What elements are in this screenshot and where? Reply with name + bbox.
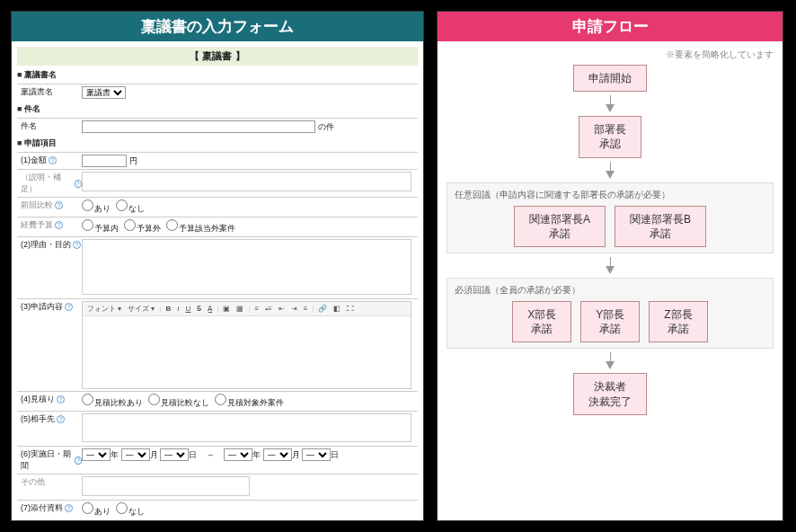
flow-body: ※要素を簡略化しています 申請開始 部署長承認 任意回議（申請内容に関連する部署… [438,41,783,520]
radio-compare-yes[interactable]: あり [82,200,111,215]
radio-budget-3[interactable]: 予算該当外案件 [166,219,235,235]
strike-icon[interactable]: S̶ [195,305,203,313]
sel-m2[interactable]: ― [263,448,292,461]
code-icon[interactable]: ◧ [332,305,342,313]
section-items: 申請項目 [17,137,418,149]
font-dropdown[interactable]: フォント ▾ [85,304,123,314]
arrow-down-icon [606,266,615,274]
flow-req-y: Y部長承諾 [580,301,640,342]
outdent-icon[interactable]: ⇤ [277,305,287,313]
sel-y2[interactable]: ― [224,448,252,461]
input-amount[interactable] [82,155,127,167]
help-icon[interactable]: ? [55,201,63,209]
help-icon[interactable]: ? [57,395,65,403]
radio-budget-1[interactable]: 予算内 [82,219,119,235]
help-icon[interactable]: ? [55,221,63,229]
subject-suffix: の件 [318,122,334,131]
sel-d2[interactable]: ― [302,448,331,461]
label-reason: (2)理由・目的? [17,239,82,251]
flow-start: 申請開始 [573,65,647,92]
section-docname: 稟議書名 [17,69,418,81]
required-title: 必須回議（全員の承諾が必要） [455,284,765,297]
help-icon[interactable]: ? [57,415,65,423]
flow-opt-a: 関連部署長A承諾 [514,206,606,247]
label-docname: 稟議書名 [17,86,82,98]
radio-attach-yes[interactable]: あり [82,502,111,518]
sel-d1[interactable]: ― [160,448,189,461]
help-icon[interactable]: ? [75,457,82,465]
label-desc: （説明・補足）? [17,172,82,195]
flow-req-z: Z部長承諾 [649,301,707,342]
label-date: (6)実施日・期間? [17,448,82,472]
editor-area[interactable] [83,316,411,388]
underline-icon[interactable]: U [184,305,193,313]
sel-m1[interactable]: ― [121,448,150,461]
arrow-down-icon [606,171,615,179]
help-icon[interactable]: ? [65,504,73,512]
label-vendor: (5)相手先? [17,413,82,425]
section-subject: 件名 [17,103,418,115]
arrow-down-icon [606,104,615,112]
editor-toolbar: フォント ▾ サイズ ▾ | B I U S̶ A̲ | ▣ ▦ | ≡ •≡ [83,302,411,316]
label-other: その他 [17,476,82,488]
radio-quote-2[interactable]: 見積比較なし [148,394,209,409]
label-quote: (4)見積り? [17,394,82,405]
label-amount: (1)金額? [17,155,82,166]
bold-icon[interactable]: B [164,305,173,313]
radio-quote-1[interactable]: 見積比較あり [82,394,143,409]
form-header: 稟議書の入力フォーム [12,12,423,41]
label-compare: 前回比較? [17,200,82,211]
rich-editor: フォント ▾ サイズ ▾ | B I U S̶ A̲ | ▣ ▦ | ≡ •≡ [82,301,411,389]
flow-req-x: X部長承諾 [512,301,571,342]
link-icon[interactable]: 🔗 [316,305,329,313]
list-ul-icon[interactable]: •≡ [263,305,273,313]
label-budget: 経費予算? [17,219,82,231]
expand-icon[interactable]: ⛶ [345,305,356,313]
help-icon[interactable]: ? [75,180,82,188]
radio-attach-no[interactable]: なし [116,502,145,518]
indent-icon[interactable]: ⇥ [289,305,299,313]
flow-note: ※要素を簡略化しています [447,49,774,61]
flow-panel: 申請フロー ※要素を簡略化しています 申請開始 部署長承認 任意回議（申請内容に… [437,11,783,521]
flow-final: 決裁者決裁完了 [573,373,647,414]
flow-manager: 部署長承認 [579,116,641,157]
textarea-vendor[interactable] [82,413,411,442]
form-body: 【 稟議書 】 稟議書名 稟議書名 稟議書 件名 件名 の件 申請項目 (1)金… [12,41,423,525]
form-panel: 稟議書の入力フォーム 【 稟議書 】 稟議書名 稟議書名 稟議書 件名 件名 の… [11,11,424,521]
doc-title: 【 稟議書 】 [17,47,418,66]
radio-compare-no[interactable]: なし [116,200,145,215]
align-icon[interactable]: ≡ [302,305,310,313]
optional-title: 任意回議（申請内容に関連する部署長の承諾が必要） [455,189,765,201]
sel-y1[interactable]: ― [82,448,111,461]
label-subject: 件名 [17,120,82,132]
input-subject[interactable] [82,120,315,133]
size-dropdown[interactable]: サイズ ▾ [126,304,156,314]
optional-group: 任意回議（申請内容に関連する部署長の承諾が必要） 関連部署長A承諾 関連部署長B… [447,182,774,253]
required-group: 必須回議（全員の承諾が必要） X部長承諾 Y部長承諾 Z部長承諾 [447,278,774,349]
list-ol-icon[interactable]: ≡ [253,305,261,313]
select-docname[interactable]: 稟議書 [82,86,126,99]
flow-opt-b: 関連部署長B承諾 [615,206,706,247]
textarea-reason[interactable] [82,239,411,295]
label-content: (3)申請内容? [17,301,82,313]
help-icon[interactable]: ? [65,303,73,311]
help-icon[interactable]: ? [73,241,81,249]
radio-quote-3[interactable]: 見積対象外案件 [215,394,284,409]
label-attach: (7)添付資料? [17,502,82,514]
tilde: ～ [207,450,215,459]
flow-header: 申請フロー [438,12,783,41]
textarea-other[interactable] [82,476,250,496]
radio-budget-2[interactable]: 予算外 [124,219,161,235]
italic-icon[interactable]: I [175,305,181,313]
arrow-down-icon [606,361,615,369]
table-icon[interactable]: ▦ [234,305,245,313]
help-icon[interactable]: ? [49,156,57,164]
color-icon[interactable]: A̲ [206,305,214,313]
image-icon[interactable]: ▣ [221,305,232,313]
textarea-desc[interactable] [82,172,411,191]
